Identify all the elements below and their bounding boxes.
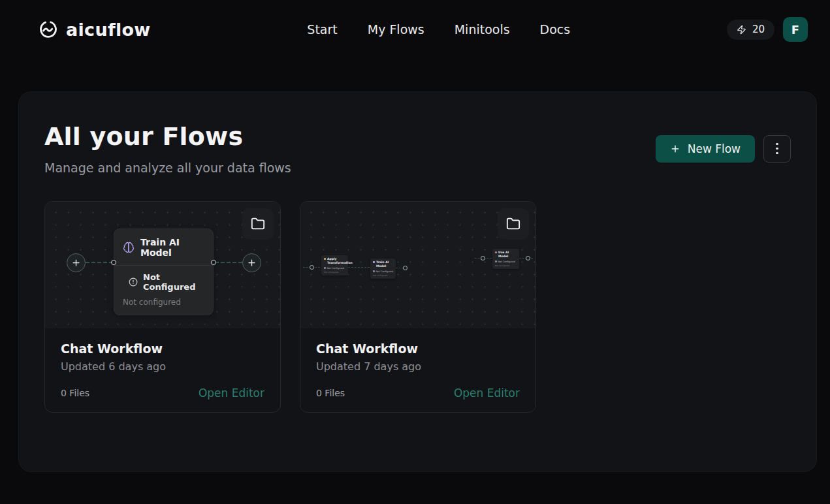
header-right-group: 20 F (727, 17, 808, 42)
folder-button[interactable] (498, 208, 529, 240)
brain-icon (373, 261, 375, 263)
flow-card-files: 0 Files (316, 388, 345, 398)
node-title: Train AI Model (140, 237, 204, 258)
node-note: Not configured (123, 298, 204, 307)
node-output-port (211, 260, 216, 265)
flow-card-info: Chat Workflow Updated 6 days ago 0 Files… (45, 328, 280, 400)
apply-transformation-node: Apply Transformation Not Configured Not … (321, 255, 348, 276)
folder-button[interactable] (242, 208, 274, 240)
flow-card-files: 0 Files (61, 388, 89, 398)
mini-node-title: Train AI Model (376, 260, 393, 268)
more-options-button[interactable] (763, 135, 791, 163)
flow-card-updated: Updated 7 days ago (316, 360, 520, 373)
alert-circle-icon (324, 267, 326, 269)
top-nav: aicuflow Start My Flows Minitools Docs 2… (0, 0, 830, 59)
open-editor-link[interactable]: Open Editor (199, 386, 264, 400)
flow-card: Train AI Model Not Configured No (44, 201, 281, 413)
train-ai-model-node: Train AI Model Not Configured No (114, 228, 214, 315)
connector-port (310, 265, 314, 270)
credits-pill[interactable]: 20 (727, 20, 774, 40)
main-nav: Start My Flows Minitools Docs (307, 22, 570, 37)
plus-icon (670, 144, 680, 154)
new-flow-label: New Flow (688, 142, 741, 155)
brand-name: aicuflow (66, 20, 151, 40)
connector-port (403, 266, 407, 270)
page-title: All your Flows (44, 122, 291, 151)
use-ai-model-node: Use AI Model Not Configured Not configur… (492, 249, 519, 269)
node-status-label: Not Configured (143, 272, 204, 292)
connector-dash (215, 262, 242, 263)
flow-card-title: Chat Workflow (316, 341, 520, 356)
brain-icon (123, 242, 135, 253)
add-node-right-icon (242, 253, 261, 272)
lightning-bolt-icon (737, 25, 746, 35)
panel-heading-group: All your Flows Manage and analyze all yo… (44, 122, 291, 175)
connector-port (481, 256, 485, 260)
flow-card: Apply Transformation Not Configured Not … (300, 201, 536, 413)
aicuflow-logo-icon (38, 20, 57, 39)
credits-count: 20 (752, 24, 765, 35)
mini-node-title: Use AI Model (498, 251, 517, 259)
connector-dash (86, 262, 113, 263)
page-subtitle: Manage and analyze all your data flows (44, 161, 291, 175)
connector-dash (348, 267, 370, 268)
alert-circle-icon (129, 277, 138, 287)
add-node-left-icon (67, 253, 86, 272)
flow-preview-canvas: Apply Transformation Not Configured Not … (300, 202, 535, 328)
node-input-port (111, 260, 116, 265)
train-ai-model-node: Train AI Model Not Configured Not config… (370, 259, 396, 279)
nav-link-minitools[interactable]: Minitools (455, 22, 510, 37)
alert-circle-icon (373, 270, 375, 272)
vertical-ellipsis-icon (776, 143, 778, 146)
flow-cards-grid: Train AI Model Not Configured No (44, 201, 791, 413)
connector-port (526, 256, 530, 260)
transformation-icon (324, 258, 326, 260)
mini-node-title: Apply Transformation (327, 257, 353, 265)
flow-card-info: Chat Workflow Updated 7 days ago 0 Files… (300, 328, 535, 400)
flow-preview-canvas: Train AI Model Not Configured No (45, 202, 280, 328)
nav-link-my-flows[interactable]: My Flows (368, 22, 424, 37)
panel-actions: New Flow (656, 135, 791, 163)
new-flow-button[interactable]: New Flow (656, 135, 755, 163)
open-editor-link[interactable]: Open Editor (454, 386, 520, 400)
use-model-icon (495, 251, 497, 253)
flow-card-title: Chat Workflow (61, 341, 264, 356)
alert-circle-icon (495, 260, 497, 262)
flow-card-updated: Updated 6 days ago (61, 360, 264, 373)
nav-link-docs[interactable]: Docs (540, 22, 571, 37)
nav-link-start[interactable]: Start (307, 22, 337, 37)
avatar[interactable]: F (783, 17, 808, 42)
flows-panel: All your Flows Manage and analyze all yo… (18, 91, 817, 472)
brand[interactable]: aicuflow (38, 20, 151, 40)
